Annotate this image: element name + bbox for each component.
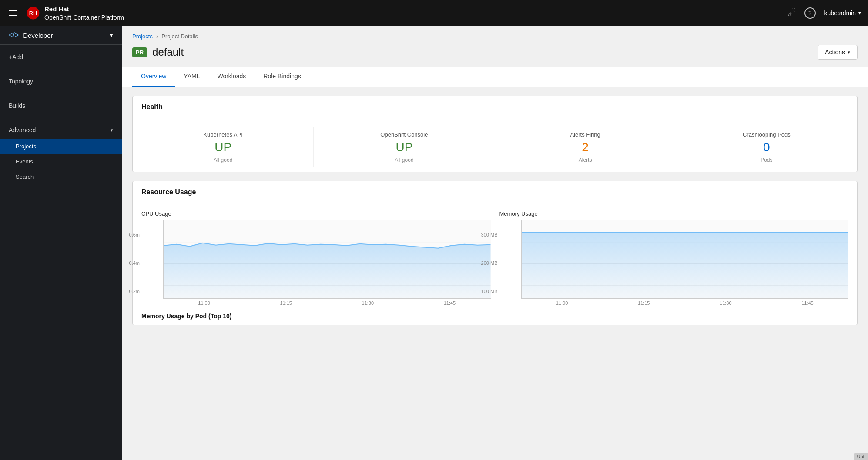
breadcrumb-projects-link[interactable]: Projects (132, 33, 153, 40)
health-item-k8s-api: Kubernetes API UP All good (133, 127, 314, 167)
tab-yaml[interactable]: YAML (175, 67, 208, 87)
cpu-chart-title: CPU Usage (141, 210, 491, 217)
events-label: Events (16, 158, 33, 165)
user-name: kube:admin (824, 10, 856, 17)
top-nav: RH Red Hat OpenShift Container Platform … (0, 0, 868, 26)
breadcrumb-current: Project Details (161, 33, 198, 40)
perspective-chevron: ▾ (110, 31, 113, 39)
page-title: default (152, 46, 184, 58)
dev-perspective-icon: </> (9, 31, 19, 39)
memory-chart-svg (522, 220, 849, 298)
brand-text: Red Hat OpenShift Container Platform (44, 5, 124, 21)
redhat-logo: RH (26, 6, 40, 20)
perspective-switcher[interactable]: </> Developer ▾ (0, 26, 122, 45)
health-item-crashlooping: Crashlooping Pods 0 Pods (676, 127, 857, 167)
charts-row: CPU Usage 0.6m 0.4m 0.2m (133, 203, 857, 313)
sidebar-section-topology: Topology (0, 69, 122, 93)
add-label: +Add (9, 53, 23, 60)
menu-toggle[interactable] (7, 8, 19, 18)
sidebar-section-builds: Builds (0, 93, 122, 118)
sidebar-item-topology[interactable]: Topology (0, 73, 122, 90)
help-icon[interactable]: ? (804, 7, 816, 19)
actions-chevron: ▾ (848, 50, 850, 55)
svg-text:RH: RH (29, 10, 37, 17)
apps-grid-icon[interactable]: ☄ (788, 8, 796, 18)
projects-label: Projects (16, 143, 36, 150)
health-panel: Health Kubernetes API UP All good OpenSh… (132, 96, 858, 172)
memory-chart-container: Memory Usage 300 MB 200 MB 100 MB (499, 210, 849, 306)
memory-chart-title: Memory Usage (499, 210, 849, 217)
tab-overview[interactable]: Overview (132, 67, 175, 87)
cpu-chart-area (163, 220, 491, 299)
breadcrumb: Projects › Project Details (122, 26, 868, 41)
resource-usage-panel: Resource Usage CPU Usage 0.6m 0.4m 0.2m (132, 181, 858, 325)
advanced-chevron: ▾ (111, 127, 113, 133)
sidebar-item-projects[interactable]: Projects (0, 139, 122, 154)
cpu-y-axis: 0.6m 0.4m 0.2m (122, 220, 140, 306)
health-panel-header: Health (133, 96, 857, 118)
sidebar-section-advanced: Advanced ▾ Projects Events Search (0, 118, 122, 188)
memory-chart-wrapper: 300 MB 200 MB 100 MB (499, 220, 849, 306)
main-content: Projects › Project Details PR default Ac… (122, 26, 868, 460)
builds-label: Builds (9, 102, 25, 109)
perspective-label: Developer (23, 32, 53, 39)
resource-usage-header: Resource Usage (133, 181, 857, 203)
user-menu-chevron: ▾ (858, 10, 861, 16)
cpu-x-axis: 11:00 11:15 11:30 11:45 (163, 299, 491, 306)
memory-y-axis: 300 MB 200 MB 100 MB (479, 220, 498, 306)
memory-chart-area (521, 220, 849, 299)
memory-x-axis: 11:00 11:15 11:30 11:45 (521, 299, 849, 306)
health-item-openshift-console: OpenShift Console UP All good (314, 127, 495, 167)
sidebar-item-events[interactable]: Events (0, 154, 122, 169)
advanced-label: Advanced (9, 127, 36, 133)
cpu-chart-container: CPU Usage 0.6m 0.4m 0.2m (141, 210, 491, 306)
page-header: PR default Actions ▾ (122, 41, 868, 67)
health-grid: Kubernetes API UP All good OpenShift Con… (133, 118, 857, 172)
cpu-chart-svg (164, 220, 491, 298)
search-label: Search (16, 173, 34, 180)
cpu-chart-wrapper: 0.6m 0.4m 0.2m (141, 220, 491, 306)
sidebar-item-search[interactable]: Search (0, 169, 122, 184)
health-item-alerts: Alerts Firing 2 Alerts (495, 127, 676, 167)
sidebar-item-add[interactable]: +Add (0, 48, 122, 66)
sidebar-section-add: +Add (0, 45, 122, 69)
tabs-bar: Overview YAML Workloads Role Bindings (122, 67, 868, 87)
topology-label: Topology (9, 78, 33, 85)
user-menu[interactable]: kube:admin ▾ (824, 10, 861, 17)
content-area: Health Kubernetes API UP All good OpenSh… (122, 87, 868, 334)
tab-role-bindings[interactable]: Role Bindings (255, 67, 309, 87)
memory-by-pod-title: Memory Usage by Pod (Top 10) (133, 313, 857, 325)
brand: RH Red Hat OpenShift Container Platform (26, 5, 124, 21)
sidebar-item-builds[interactable]: Builds (0, 97, 122, 114)
advanced-group[interactable]: Advanced ▾ (0, 121, 122, 139)
sidebar: </> Developer ▾ +Add Topology Builds Adv… (0, 26, 122, 460)
tab-workloads[interactable]: Workloads (208, 67, 255, 87)
breadcrumb-separator: › (156, 33, 158, 40)
project-badge: PR (132, 47, 147, 57)
page-title-group: PR default (132, 46, 184, 58)
actions-button[interactable]: Actions ▾ (818, 45, 858, 60)
